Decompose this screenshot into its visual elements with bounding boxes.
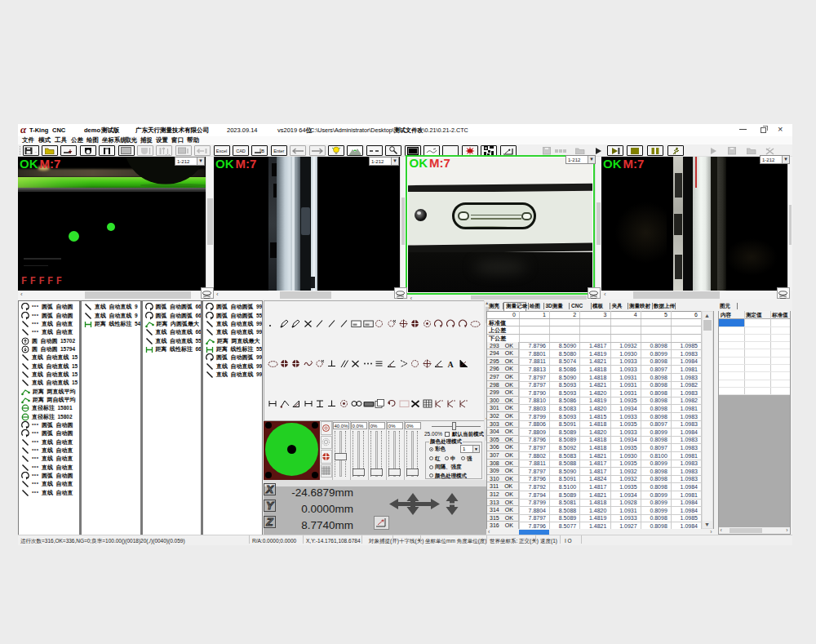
svg-text:B: B	[261, 149, 264, 153]
svg-text:A: A	[448, 360, 455, 369]
